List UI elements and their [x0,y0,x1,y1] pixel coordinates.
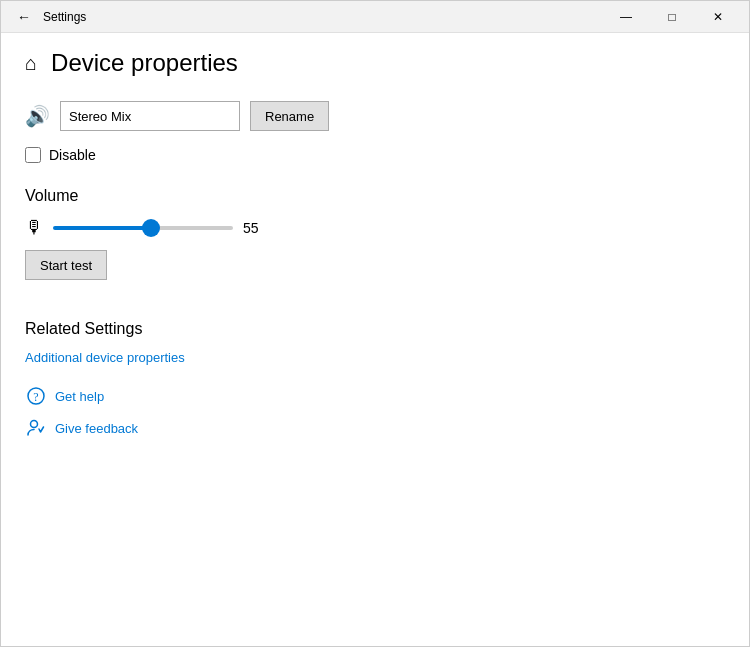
device-name-input[interactable] [60,101,240,131]
give-feedback-row[interactable]: Give feedback [25,417,725,439]
give-feedback-icon [25,417,47,439]
disable-checkbox[interactable] [25,147,41,163]
related-settings-section: Related Settings Additional device prope… [25,320,725,365]
device-icon: 🔊 [25,104,50,128]
get-help-row[interactable]: ? Get help [25,385,725,407]
device-name-row: 🔊 Rename [25,101,725,131]
microphone-icon: 🎙 [25,217,43,238]
maximize-button[interactable]: □ [649,1,695,33]
title-bar: ← Settings — □ ✕ [1,1,749,33]
get-help-link[interactable]: Get help [55,389,104,404]
settings-window: ← Settings — □ ✕ ⌂ Device properties 🔊 R… [0,0,750,647]
svg-text:?: ? [33,390,38,404]
rename-button[interactable]: Rename [250,101,329,131]
page-title: Device properties [51,49,238,77]
close-button[interactable]: ✕ [695,1,741,33]
give-feedback-link[interactable]: Give feedback [55,421,138,436]
disable-label: Disable [49,147,96,163]
additional-device-properties-link[interactable]: Additional device properties [25,350,725,365]
back-button[interactable]: ← [9,1,39,33]
page-header: ⌂ Device properties [25,49,725,77]
volume-row: 🎙 55 [25,217,725,238]
minimize-button[interactable]: — [603,1,649,33]
content-area: ⌂ Device properties 🔊 Rename Disable Vol… [1,33,749,646]
window-title: Settings [43,10,603,24]
window-controls: — □ ✕ [603,1,741,33]
home-icon: ⌂ [25,52,37,75]
start-test-button[interactable]: Start test [25,250,107,280]
volume-section: Volume 🎙 55 Start test [25,187,725,320]
volume-title: Volume [25,187,725,205]
volume-value: 55 [243,220,267,236]
disable-row: Disable [25,147,725,163]
get-help-icon: ? [25,385,47,407]
svg-point-2 [31,421,38,428]
volume-slider[interactable] [53,226,233,230]
related-settings-title: Related Settings [25,320,725,338]
